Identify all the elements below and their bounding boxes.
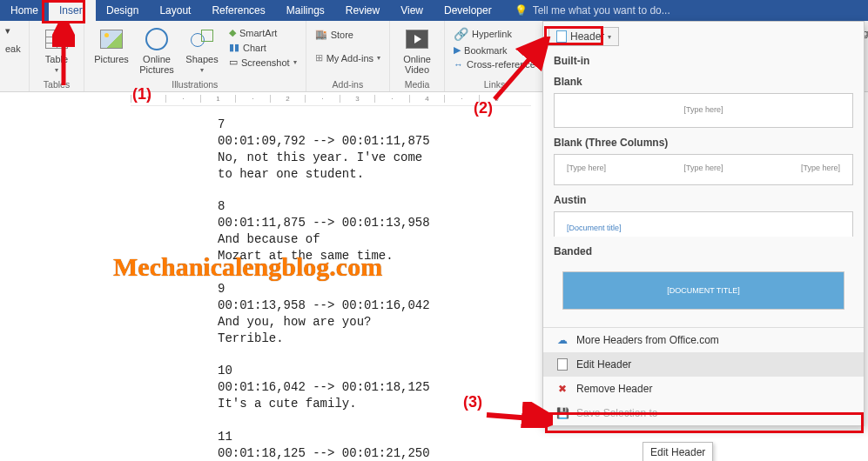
tab-developer[interactable]: Developer (434, 0, 502, 21)
store-button[interactable]: 🏬Store (313, 28, 382, 41)
bookmark-icon: ▶ (454, 44, 461, 56)
online-pictures-icon (144, 26, 170, 52)
tab-mailings[interactable]: Mailings (276, 0, 335, 21)
tab-review[interactable]: Review (335, 0, 390, 21)
shapes-icon (189, 26, 215, 52)
annotation-number-1: (1) (132, 85, 151, 104)
edit-header-tooltip: Edit Header (643, 442, 713, 461)
document-body[interactable]: 7 00:01:09,792 --> 00:01:11,875 No, not … (218, 117, 430, 461)
screenshot-icon: ▭ (229, 57, 238, 68)
edit-header-menu-item[interactable]: Edit Header (543, 352, 864, 377)
group-illustrations-label: Illustrations (172, 79, 218, 90)
more-headers-menu-item[interactable]: ☁ More Headers from Office.com (543, 328, 864, 352)
remove-header-menu-item[interactable]: ✖ Remove Header (543, 377, 864, 401)
group-media-label: Media (405, 79, 430, 90)
lightbulb-icon: 💡 (515, 4, 528, 17)
header-preset-banded[interactable]: [DOCUMENT TITLE] (562, 271, 844, 310)
annotation-number-2: (2) (474, 99, 493, 117)
edit-header-icon (555, 357, 569, 371)
smartart-icon: ◆ (229, 27, 236, 38)
addins-icon: ⊞ (315, 52, 323, 63)
tab-view[interactable]: View (390, 0, 434, 21)
page-break-button[interactable]: eak (3, 43, 23, 55)
header-preset-blank[interactable]: [Type here] (554, 93, 853, 128)
cover-page-button[interactable]: ▾ (3, 24, 23, 37)
banded-label: Banded (554, 242, 853, 263)
header-dropdown-panel: Header ▾ Built-in Blank [Type here] Blan… (542, 21, 865, 426)
chart-button[interactable]: ▮▮Chart (227, 41, 299, 54)
online-pictures-button[interactable]: Online Pictures (137, 24, 177, 77)
office-icon: ☁ (555, 333, 569, 347)
tell-me-search[interactable]: 💡 Tell me what you want to do... (515, 0, 670, 21)
crossref-icon: ↔ (454, 59, 463, 70)
tab-insert[interactable]: Insert (49, 0, 96, 21)
svg-line-2 (487, 415, 542, 419)
austin-label: Austin (554, 190, 853, 211)
svg-line-1 (495, 47, 540, 99)
annotation-number-3: (3) (463, 393, 482, 411)
chart-icon: ▮▮ (229, 42, 239, 53)
store-icon: 🏬 (315, 29, 327, 40)
tab-strip: Home Insert Design Layout References Mai… (0, 0, 868, 21)
header-button[interactable]: Header ▾ (548, 27, 619, 46)
annotation-arrow-2 (488, 37, 557, 106)
annotation-arrow-1 (52, 23, 75, 92)
chevron-down-icon: ▾ (608, 33, 611, 41)
blank-page-button[interactable] (3, 39, 23, 41)
my-addins-button[interactable]: ⊞My Add-ins▾ (313, 51, 382, 64)
tab-layout[interactable]: Layout (149, 0, 201, 21)
annotation-arrow-3 (483, 402, 553, 428)
tab-design[interactable]: Design (96, 0, 149, 21)
pictures-button[interactable]: Pictures (91, 24, 131, 66)
save-selection-menu-item: 💾 Save Selection to (543, 401, 864, 425)
header-preset-austin[interactable]: [Document title] (554, 211, 853, 237)
smartart-button[interactable]: ◆SmartArt (227, 26, 299, 39)
tab-references[interactable]: References (201, 0, 275, 21)
screenshot-button[interactable]: ▭Screenshot▾ (227, 56, 299, 69)
horizontal-ruler[interactable]: 1·1·2·3·4·5 (131, 92, 531, 106)
video-icon (404, 26, 430, 52)
tell-me-label: Tell me what you want to do... (533, 4, 670, 17)
group-pages-label (3, 79, 6, 90)
save-selection-icon: 💾 (555, 406, 569, 420)
pictures-icon (98, 26, 124, 52)
blank-label: Blank (554, 72, 853, 93)
remove-header-icon: ✖ (555, 382, 569, 396)
builtin-label: Built-in (543, 51, 864, 72)
header-icon (556, 30, 567, 43)
group-addins-label: Add-ins (333, 79, 364, 90)
shapes-button[interactable]: Shapes▾ (182, 24, 222, 76)
tab-home[interactable]: Home (0, 0, 49, 21)
hyperlink-icon: 🔗 (454, 27, 468, 41)
header-preset-blank-three[interactable]: [Type here] [Type here] [Type here] (554, 154, 853, 185)
blank3-label: Blank (Three Columns) (554, 133, 853, 154)
online-video-button[interactable]: Online Video (397, 24, 437, 77)
